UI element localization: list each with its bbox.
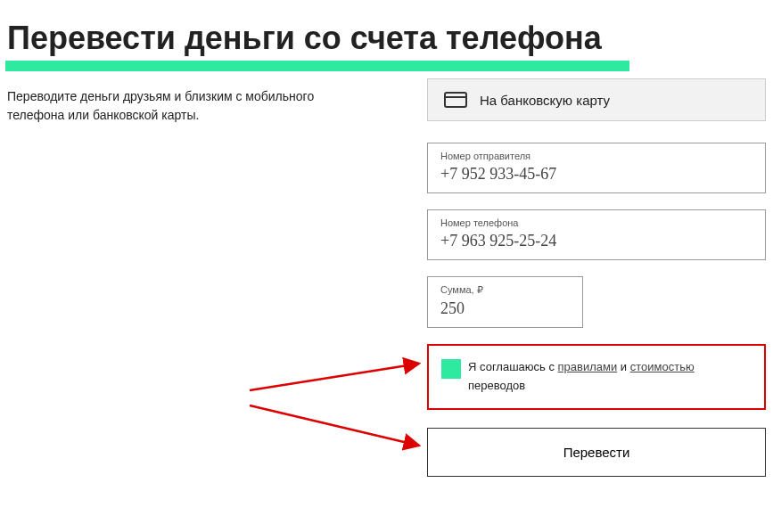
card-icon [444,92,467,108]
agree-checkbox[interactable] [441,359,461,379]
page-title: Перевести деньги со счета телефона [0,0,773,61]
form-fields: Номер отправителя +7 952 933-45-67 Номер… [427,143,766,477]
tab-label: На банковскую карту [480,93,610,108]
phone-label: Номер телефона [440,217,752,228]
transfer-form: На банковскую карту Номер отправителя +7… [427,78,766,477]
sender-label: Номер отправителя [440,151,752,161]
sender-value: +7 952 933-45-67 [440,165,752,184]
subtitle-text: Переводите деньги друзьям и близким с мо… [0,87,357,125]
annotation-arrow-1 [245,328,428,395]
amount-value: 250 [440,299,570,318]
rules-link[interactable]: правилами [558,360,618,373]
phone-value: +7 963 925-25-24 [440,232,752,250]
annotation-arrow-2 [245,397,428,463]
svg-line-0 [250,364,419,390]
amount-field[interactable]: Сумма, ₽ 250 [427,276,583,328]
amount-label: Сумма, ₽ [440,284,570,296]
sender-phone-field[interactable]: Номер отправителя +7 952 933-45-67 [427,143,766,193]
submit-button[interactable]: Перевести [427,428,766,477]
recipient-phone-field[interactable]: Номер телефона +7 963 925-25-24 [427,209,766,260]
cost-link[interactable]: стоимостью [630,360,695,373]
title-underline [5,61,629,71]
agreement-box: Я соглашаюсь с правилами и стоимостью пе… [427,344,766,410]
agreement-text: Я соглашаюсь с правилами и стоимостью пе… [468,358,752,396]
tab-to-card[interactable]: На банковскую карту [427,78,766,121]
svg-line-1 [250,405,419,446]
